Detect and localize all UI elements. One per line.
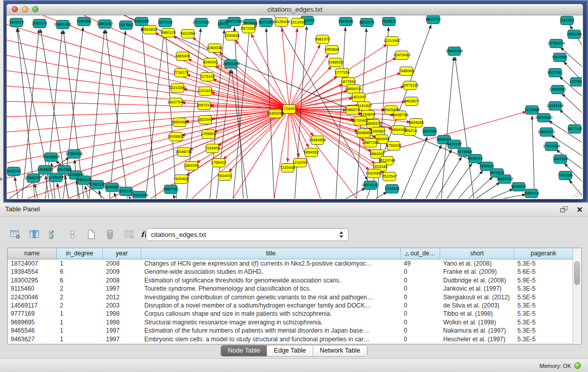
tab-edge-table[interactable]: Edge Table (267, 345, 312, 356)
network-node[interactable]: 2935114 (468, 155, 483, 163)
network-node[interactable]: 9899685 (409, 119, 424, 127)
network-node[interactable]: 18495796 (391, 111, 408, 120)
network-node[interactable]: 7701680 (558, 171, 573, 180)
table-row[interactable]: 1456911722003Disruption of a novel membe… (8, 301, 581, 310)
network-node[interactable]: 1822045 (198, 116, 212, 124)
network-node[interactable]: 15751074 (548, 39, 565, 48)
table-cell[interactable]: 19384554 (8, 268, 57, 276)
network-node[interactable]: 9329965 (552, 53, 567, 62)
table-cell[interactable]: 2008 (103, 276, 141, 285)
network-node[interactable]: 18107544 (167, 98, 185, 107)
network-node[interactable]: 14671368 (226, 17, 243, 26)
window-titlebar[interactable]: citations_edges.txt (7, 4, 583, 15)
network-node[interactable]: 5572391 (241, 25, 256, 33)
table-cell[interactable]: 5.3E-5 (514, 326, 573, 335)
network-node[interactable]: 12213967 (383, 37, 401, 46)
network-edge[interactable] (426, 149, 451, 199)
table-cell[interactable]: 1 (57, 335, 103, 343)
table-cell[interactable]: 1997 (103, 285, 141, 293)
network-node[interactable]: 1724007 (281, 105, 296, 114)
network-node[interactable]: 20206505 (42, 153, 60, 162)
network-node[interactable]: 3067214 (197, 101, 211, 110)
network-edge[interactable] (22, 29, 39, 199)
table-cell[interactable]: Wolkin et al. (1998) (440, 318, 514, 326)
network-node[interactable]: 17359928 (66, 150, 83, 159)
table-row[interactable]: 911546021997Tourette syndrome. Phenomeno… (8, 285, 581, 293)
network-node[interactable]: 1777156 (335, 69, 350, 77)
network-edge[interactable] (503, 194, 526, 199)
network-edge[interactable] (562, 94, 582, 113)
network-node[interactable]: 1640954 (422, 127, 437, 136)
table-cell[interactable]: 5.5E-5 (514, 293, 573, 301)
table-cell[interactable]: 9463627 (8, 335, 57, 343)
table-cell[interactable]: 1997 (103, 326, 141, 335)
table-row[interactable]: 1938455462009Genome-wide association stu… (8, 268, 581, 276)
network-node[interactable]: 1664095 (338, 17, 353, 26)
network-node[interactable]: 7986372 (345, 106, 360, 115)
table-row[interactable]: 1872400712008Changes of HCN gene express… (8, 259, 581, 268)
table-cell[interactable]: 5.9E-5 (514, 276, 573, 285)
network-node[interactable]: 10719195 (192, 18, 210, 27)
table-cell[interactable]: 2009 (103, 268, 141, 276)
table-cell[interactable]: Nakamura et al. (1997) (440, 326, 514, 335)
network-edge[interactable] (57, 183, 60, 199)
table-cell[interactable]: 1 (57, 326, 103, 335)
network-node[interactable]: 1953824 (324, 46, 339, 54)
table-cell[interactable]: 6 (57, 276, 103, 285)
network-node[interactable]: 1145194 (49, 173, 63, 182)
network-node[interactable]: 16046756 (175, 148, 192, 157)
table-cell[interactable]: 2 (57, 301, 103, 310)
table-cell[interactable]: Disruption of a novel member of a sodium… (141, 301, 401, 310)
network-node[interactable]: 7634091 (217, 172, 232, 181)
table-cell[interactable]: Estimation of the future numbers of pati… (141, 326, 401, 335)
tab-node-table[interactable]: Node Table (221, 345, 267, 356)
network-node[interactable]: 5912954 (180, 30, 195, 38)
table-cell[interactable]: 1 (57, 259, 103, 268)
table-cell[interactable]: Hescheler et al. (1997) (440, 335, 514, 343)
network-node[interactable]: 1065418 (524, 189, 539, 198)
table-row[interactable]: 2242004622012Investigating the contribut… (8, 293, 581, 301)
column-header-title[interactable]: title (141, 248, 401, 259)
network-node[interactable]: 9463627 (404, 97, 419, 106)
table-cell[interactable]: 5.6E-5 (514, 268, 573, 276)
table-cell[interactable]: Franke et al. (2009) (440, 268, 514, 276)
network-node[interactable]: 7234509 (205, 144, 220, 153)
network-node[interactable]: 1854952 (304, 148, 319, 157)
table-cell[interactable]: 18724007 (8, 259, 57, 268)
network-node[interactable]: 1601296 (567, 30, 581, 39)
network-node[interactable]: 1405505 (37, 166, 52, 174)
network-node[interactable]: 1099567 (371, 127, 385, 136)
network-node[interactable]: 2053174 (32, 19, 47, 28)
table-cell[interactable]: Estimation of significance thresholds fo… (141, 276, 401, 285)
network-node[interactable]: 1864099 (184, 162, 199, 170)
column-header-in_degree[interactable]: in_degree (57, 248, 103, 259)
table-cell[interactable]: 0 (401, 293, 440, 301)
network-node[interactable]: 2522547 (382, 172, 397, 181)
table-cell[interactable]: 0 (401, 310, 440, 318)
table-row[interactable]: 946554611997Estimation of the future num… (8, 326, 581, 335)
table-cell[interactable]: Yano et al. (2008) (440, 259, 514, 268)
network-node[interactable]: 7515521 (381, 17, 396, 26)
network-node[interactable]: 1677012 (567, 125, 582, 134)
show-column-button[interactable] (27, 228, 41, 241)
table-cell[interactable]: 9699695 (8, 318, 57, 326)
network-node[interactable]: 18807269 (362, 139, 379, 147)
network-node[interactable]: 18300295 (267, 110, 284, 118)
network-edge[interactable] (447, 163, 472, 199)
table-cell[interactable]: 1998 (103, 318, 141, 326)
import-table-button[interactable] (122, 228, 136, 241)
deselect-all-rows-button[interactable] (65, 228, 79, 241)
network-node[interactable]: 1527602 (119, 21, 134, 30)
table-cell[interactable]: 9115460 (8, 285, 57, 293)
network-node[interactable]: 9857791 (163, 185, 178, 194)
network-node[interactable]: 4240041 (203, 58, 217, 67)
table-row[interactable]: 969969511998Structural magnetic resonanc… (8, 318, 581, 326)
table-cell[interactable]: 2 (57, 285, 103, 293)
network-node[interactable]: 7485063 (399, 67, 413, 76)
column-header-short[interactable]: short (440, 248, 514, 259)
table-cell[interactable]: 5.3E-5 (514, 318, 573, 326)
select-all-rows-button[interactable] (46, 228, 60, 241)
table-cell[interactable]: Corpus callosum shape and size in male p… (141, 310, 401, 318)
network-canvas[interactable]: 1405572205317420691406106532610653267152… (7, 15, 582, 199)
network-edge[interactable] (15, 177, 18, 199)
